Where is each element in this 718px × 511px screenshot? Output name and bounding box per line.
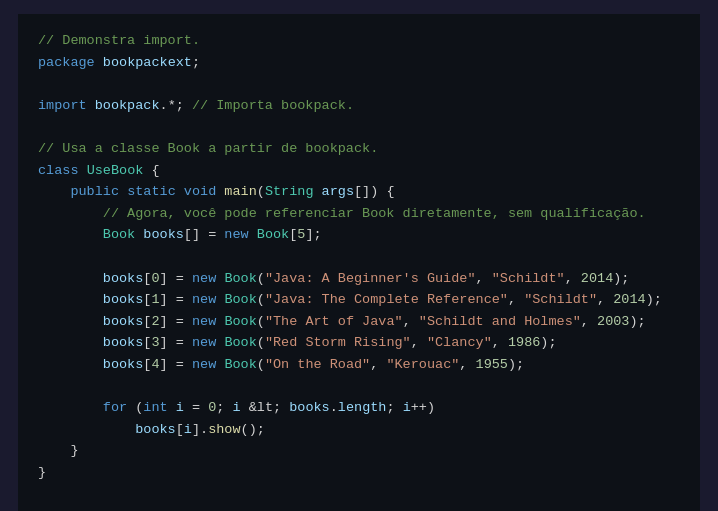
- code-line-20: }: [38, 440, 680, 462]
- code-line-13: books[1] = new Book("Java: The Complete …: [38, 289, 680, 311]
- code-line-19: books[i].show();: [38, 419, 680, 441]
- code-line-17: [38, 376, 680, 398]
- code-line-18: for (int i = 0; i &lt; books.length; i++…: [38, 397, 680, 419]
- code-line-21: }: [38, 462, 680, 484]
- code-line-15: books[3] = new Book("Red Storm Rising", …: [38, 332, 680, 354]
- code-line-11: [38, 246, 680, 268]
- code-line-8: public static void main(String args[]) {: [38, 181, 680, 203]
- code-line-6: // Usa a classe Book a partir de bookpac…: [38, 138, 680, 160]
- code-line-7: class UseBook {: [38, 160, 680, 182]
- code-editor: // Demonstra import.package bookpackext;…: [18, 14, 700, 511]
- code-line-4: import bookpack.*; // Importa bookpack.: [38, 95, 680, 117]
- code-line-2: package bookpackext;: [38, 52, 680, 74]
- code-line-14: books[2] = new Book("The Art of Java", "…: [38, 311, 680, 333]
- code-line-9: // Agora, você pode referenciar Book dir…: [38, 203, 680, 225]
- code-line-1: // Demonstra import.: [38, 30, 680, 52]
- code-line-10: Book books[] = new Book[5];: [38, 224, 680, 246]
- code-line-3: [38, 73, 680, 95]
- code-line-5: [38, 116, 680, 138]
- code-line-16: books[4] = new Book("On the Road", "Kero…: [38, 354, 680, 376]
- code-line-12: books[0] = new Book("Java: A Beginner's …: [38, 268, 680, 290]
